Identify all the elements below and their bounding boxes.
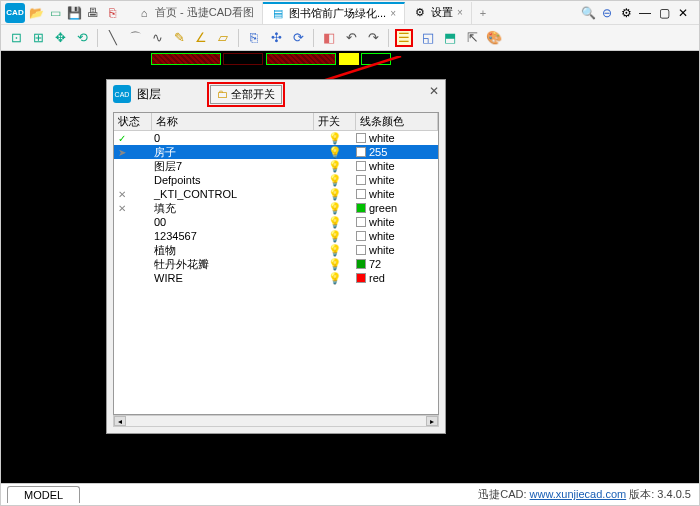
col-name[interactable]: 名称 — [152, 113, 314, 130]
bulb-icon[interactable]: 💡 — [314, 244, 356, 257]
color-label: 255 — [369, 146, 387, 158]
title-bar: CAD 📂 ▭ 💾 🖶 ⎘ ⌂ 首页 - 迅捷CAD看图 ▤ 图书馆前广场绿化.… — [1, 1, 699, 25]
scroll-left-icon[interactable]: ◂ — [114, 416, 126, 426]
row-color[interactable]: 255 — [356, 146, 438, 158]
color-label: white — [369, 160, 395, 172]
save-icon[interactable]: 💾 — [66, 5, 82, 21]
close-file-icon[interactable]: ⎘ — [104, 5, 120, 21]
layers-button[interactable]: ☰ — [395, 29, 413, 47]
tab-document[interactable]: ▤ 图书馆前广场绿化... × — [263, 2, 405, 24]
measure-arc-icon[interactable]: ⌒ — [126, 29, 144, 47]
table-row[interactable]: 牡丹外花瓣💡72 — [114, 257, 438, 271]
toggle-all-button[interactable]: 🗀 全部开关 — [210, 85, 282, 104]
row-color[interactable]: 72 — [356, 258, 438, 270]
table-header: 状态 名称 开关 线条颜色 — [114, 113, 438, 131]
scroll-track[interactable] — [126, 416, 426, 426]
undo-icon[interactable]: ↶ — [342, 29, 360, 47]
color-label: green — [369, 202, 397, 214]
table-row[interactable]: 00💡white — [114, 215, 438, 229]
move-icon[interactable]: ✣ — [267, 29, 285, 47]
layer-table: 状态 名称 开关 线条颜色 ✓0💡white➤房子💡255图层7💡whiteDe… — [113, 112, 439, 415]
row-name: 0 — [152, 132, 314, 144]
bulb-icon[interactable]: 💡 — [314, 132, 356, 145]
bulb-icon[interactable]: 💡 — [314, 258, 356, 271]
zoom-window-icon[interactable]: ⊞ — [29, 29, 47, 47]
axis-icon[interactable]: ⇱ — [463, 29, 481, 47]
measure-angle-icon[interactable]: ∠ — [192, 29, 210, 47]
row-color[interactable]: white — [356, 244, 438, 256]
bulb-icon[interactable]: 💡 — [314, 160, 356, 173]
zoom-prev-icon[interactable]: ⟲ — [73, 29, 91, 47]
zoom-out-icon[interactable]: ⊖ — [599, 5, 615, 21]
measure-edit-icon[interactable]: ✎ — [170, 29, 188, 47]
row-color[interactable]: white — [356, 188, 438, 200]
minimize-icon[interactable]: — — [637, 5, 653, 21]
open-icon[interactable]: 📂 — [28, 5, 44, 21]
tab-home[interactable]: ⌂ 首页 - 迅捷CAD看图 — [129, 2, 263, 24]
table-row[interactable]: 植物💡white — [114, 243, 438, 257]
table-row[interactable]: 1234567💡white — [114, 229, 438, 243]
bulb-icon[interactable]: 💡 — [314, 230, 356, 243]
table-row[interactable]: Defpoints💡white — [114, 173, 438, 187]
tab-add[interactable]: + — [472, 2, 494, 24]
tab-close-icon[interactable]: × — [457, 7, 463, 18]
row-color[interactable]: white — [356, 160, 438, 172]
cad-file-icon: ▤ — [271, 7, 285, 21]
maximize-icon[interactable]: ▢ — [656, 5, 672, 21]
table-row[interactable]: ✕填充💡green — [114, 201, 438, 215]
zoom-in-icon[interactable]: 🔍 — [580, 5, 596, 21]
redo-icon[interactable]: ↷ — [364, 29, 382, 47]
bulb-icon[interactable]: 💡 — [314, 216, 356, 229]
dialog-titlebar[interactable]: CAD 图层 🗀 全部开关 ✕ — [107, 80, 445, 108]
tab-settings[interactable]: ⚙ 设置 × — [405, 2, 472, 24]
window-controls: 🔍 ⊖ ⚙ — ▢ ✕ — [580, 5, 695, 21]
row-color[interactable]: white — [356, 230, 438, 242]
col-color[interactable]: 线条颜色 — [356, 113, 438, 130]
tab-close-icon[interactable]: × — [390, 8, 396, 19]
scroll-right-icon[interactable]: ▸ — [426, 416, 438, 426]
settings-icon[interactable]: ⚙ — [618, 5, 634, 21]
dialog-hscroll[interactable]: ◂ ▸ — [113, 415, 439, 427]
row-name: 1234567 — [152, 230, 314, 242]
measure-curve-icon[interactable]: ∿ — [148, 29, 166, 47]
table-row[interactable]: ✕_KTI_CONTROL💡white — [114, 187, 438, 201]
rotate-icon[interactable]: ⟳ — [289, 29, 307, 47]
zoom-extents-icon[interactable]: ⊡ — [7, 29, 25, 47]
col-state[interactable]: 状态 — [114, 113, 152, 130]
bulb-icon[interactable]: 💡 — [314, 146, 356, 159]
bulb-icon[interactable]: 💡 — [314, 188, 356, 201]
box-icon[interactable]: ⬒ — [441, 29, 459, 47]
row-color[interactable]: green — [356, 202, 438, 214]
main-toolbar: ⊡ ⊞ ✥ ⟲ ╲ ⌒ ∿ ✎ ∠ ▱ ⎘ ✣ ⟳ ◧ ↶ ↷ ☰ ◱ ⬒ ⇱ … — [1, 25, 699, 51]
model-tab[interactable]: MODEL — [7, 486, 80, 503]
table-row[interactable]: ✓0💡white — [114, 131, 438, 145]
row-color[interactable]: red — [356, 272, 438, 284]
row-color[interactable]: white — [356, 174, 438, 186]
measure-line-icon[interactable]: ╲ — [104, 29, 122, 47]
row-name: Defpoints — [152, 174, 314, 186]
dialog-close-icon[interactable]: ✕ — [429, 84, 439, 98]
print-icon[interactable]: 🖶 — [85, 5, 101, 21]
table-row[interactable]: 图层7💡white — [114, 159, 438, 173]
row-name: 植物 — [152, 243, 314, 258]
home-icon: ⌂ — [137, 6, 151, 20]
col-switch[interactable]: 开关 — [314, 113, 356, 130]
erase-icon[interactable]: ◧ — [320, 29, 338, 47]
row-color[interactable]: white — [356, 216, 438, 228]
color-label: 72 — [369, 258, 381, 270]
row-color[interactable]: white — [356, 132, 438, 144]
brand-link[interactable]: www.xunjiecad.com — [530, 488, 627, 500]
bulb-icon[interactable]: 💡 — [314, 272, 356, 285]
cube-icon[interactable]: ◱ — [419, 29, 437, 47]
pan-icon[interactable]: ✥ — [51, 29, 69, 47]
close-window-icon[interactable]: ✕ — [675, 5, 691, 21]
new-icon[interactable]: ▭ — [47, 5, 63, 21]
bulb-icon[interactable]: 💡 — [314, 202, 356, 215]
copy-icon[interactable]: ⎘ — [245, 29, 263, 47]
area-icon[interactable]: ▱ — [214, 29, 232, 47]
bulb-icon[interactable]: 💡 — [314, 174, 356, 187]
table-row[interactable]: ➤房子💡255 — [114, 145, 438, 159]
table-row[interactable]: WIRE💡red — [114, 271, 438, 285]
palette-icon[interactable]: 🎨 — [485, 29, 503, 47]
row-name: 牡丹外花瓣 — [152, 257, 314, 272]
